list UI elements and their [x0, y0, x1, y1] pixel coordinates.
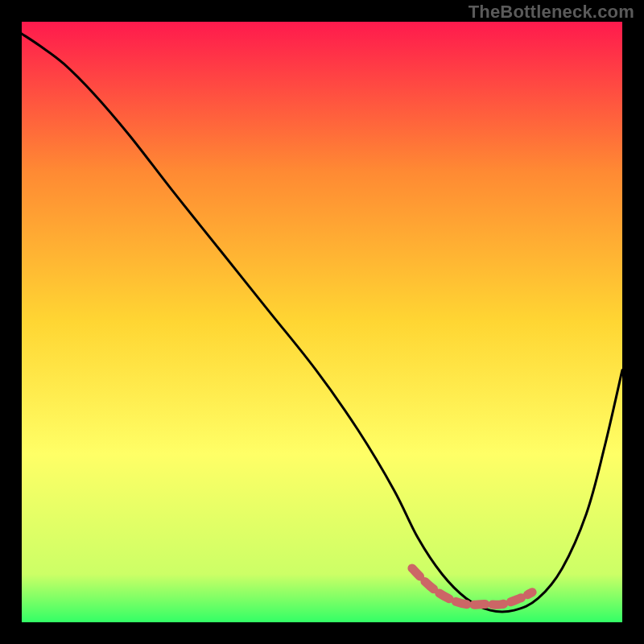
- chart-container: TheBottleneck.com: [0, 0, 644, 644]
- chart-gradient-bg: [22, 22, 622, 622]
- watermark-label: TheBottleneck.com: [469, 2, 634, 23]
- bottleneck-chart: [0, 0, 644, 644]
